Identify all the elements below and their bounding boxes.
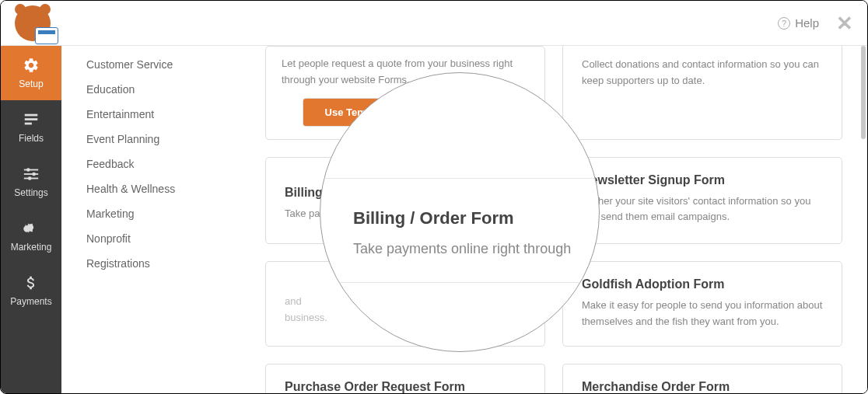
- category-item[interactable]: Feedback: [86, 152, 256, 176]
- gear-icon: [23, 57, 40, 74]
- svg-rect-5: [24, 173, 38, 175]
- app-logo: [15, 5, 51, 41]
- template-card-unknown[interactable]: ation andw your business.: [265, 261, 545, 347]
- category-item[interactable]: Health & Wellness: [86, 176, 256, 201]
- sidebar-item-setup[interactable]: Setup: [1, 46, 61, 100]
- template-card-newsletter[interactable]: Newsletter Signup Form Gather your site …: [562, 157, 842, 245]
- template-card-billing[interactable]: Billing / Order Form Take payments onlin…: [265, 157, 545, 245]
- close-button[interactable]: ✕: [836, 13, 853, 33]
- scrollbar-thumb[interactable]: [861, 46, 866, 139]
- category-item[interactable]: Nonprofit: [86, 226, 256, 251]
- svg-rect-2: [25, 123, 32, 125]
- svg-point-4: [26, 168, 30, 172]
- template-card-merchandise[interactable]: Merchandise Order Form Use this template…: [562, 364, 842, 393]
- sidebar-item-payments[interactable]: Payments: [1, 263, 61, 318]
- sidebar-item-marketing[interactable]: Marketing: [1, 209, 61, 263]
- svg-point-6: [32, 173, 36, 176]
- template-title: Billing / Order Form: [285, 186, 526, 200]
- template-title: Newsletter Signup Form: [582, 173, 823, 187]
- template-desc: Make it easy for people to send you info…: [582, 298, 823, 330]
- svg-point-8: [28, 176, 32, 180]
- sidebar-item-settings[interactable]: Settings: [1, 155, 61, 209]
- svg-rect-0: [25, 114, 38, 117]
- use-template-button[interactable]: Use Template: [303, 99, 412, 126]
- template-card-purchase[interactable]: Purchase Order Request Form Let your emp…: [265, 364, 545, 393]
- sidebar-label: Marketing: [11, 242, 52, 253]
- sidebar-item-fields[interactable]: Fields: [1, 100, 61, 155]
- category-item[interactable]: Education: [86, 77, 256, 102]
- category-item[interactable]: Customer Service: [86, 52, 256, 77]
- sidebar-label: Setup: [19, 78, 43, 89]
- scrollbar[interactable]: [859, 46, 866, 393]
- category-item[interactable]: Marketing: [86, 201, 256, 226]
- close-icon: ✕: [836, 12, 853, 35]
- view-demo-button[interactable]: View Demo: [411, 99, 507, 126]
- fields-icon: [23, 111, 40, 128]
- svg-rect-1: [25, 118, 38, 120]
- template-card-goldfish[interactable]: Goldfish Adoption Form Make it easy for …: [562, 261, 842, 347]
- sidebar-label: Settings: [14, 187, 47, 198]
- category-item[interactable]: Registrations: [86, 251, 256, 276]
- top-bar: ? Help ✕: [1, 1, 867, 46]
- template-desc: Gather your site visitors' contact infor…: [582, 194, 823, 226]
- sidebar-label: Fields: [19, 133, 44, 144]
- sidebar-label: Payments: [10, 296, 51, 307]
- template-grid: Let people request a quote from your bus…: [256, 46, 867, 393]
- template-desc: Take payments online right through: [285, 206, 526, 222]
- sidebar-nav: Setup Fields Settings Marketing: [1, 46, 61, 393]
- category-item[interactable]: Event Planning: [86, 127, 256, 152]
- help-button[interactable]: ? Help: [778, 16, 819, 30]
- template-title: Purchase Order Request Form: [285, 380, 526, 393]
- help-label: Help: [795, 16, 819, 30]
- sliders-icon: [23, 166, 40, 183]
- category-item[interactable]: Entertainment: [86, 102, 256, 127]
- dollar-icon: [23, 274, 40, 291]
- help-icon: ?: [778, 17, 790, 30]
- bullhorn-icon: [23, 220, 40, 237]
- template-card-donations[interactable]: Collect donations and contact informatio…: [562, 46, 842, 140]
- template-card-quote[interactable]: Let people request a quote from your bus…: [265, 46, 545, 140]
- template-desc: ation andw your business.: [285, 277, 526, 326]
- template-title: Merchandise Order Form: [582, 380, 823, 393]
- category-list: Customer Service Education Entertainment…: [61, 46, 256, 393]
- template-desc: Let people request a quote from your bus…: [282, 56, 529, 89]
- svg-rect-3: [24, 169, 38, 171]
- template-title: Goldfish Adoption Form: [582, 277, 823, 291]
- template-desc: Collect donations and contact informatio…: [582, 57, 823, 89]
